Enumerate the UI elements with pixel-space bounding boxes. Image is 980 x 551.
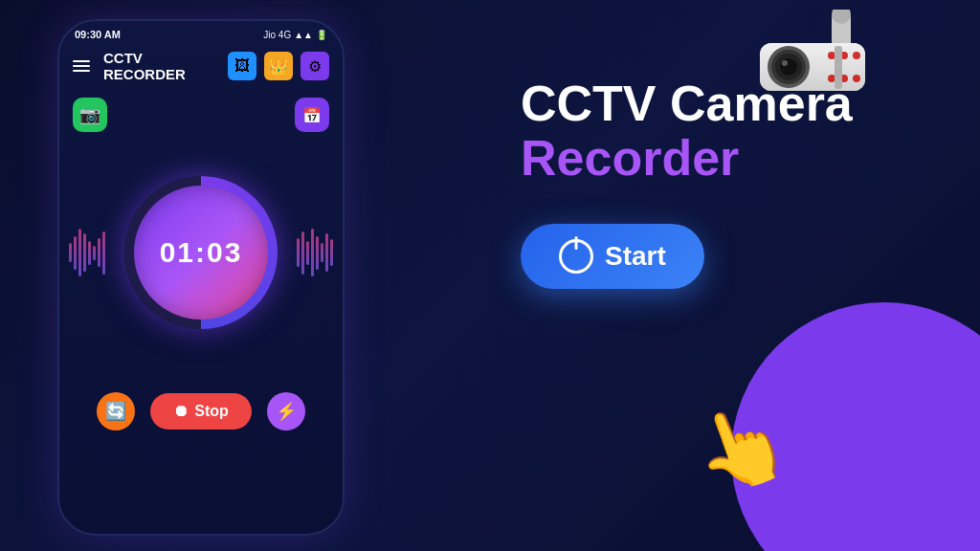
- settings-icon: ⚙: [308, 57, 322, 76]
- battery-icon: 🔋: [316, 30, 327, 40]
- wave-bar: [78, 229, 81, 276]
- wave-bar: [311, 229, 314, 276]
- menu-icon[interactable]: [73, 60, 90, 72]
- app-title: CCTV RECORDER: [103, 50, 220, 82]
- record-dot-icon: ⏺: [173, 403, 189, 420]
- crown-icon: 👑: [269, 57, 288, 76]
- lightning-button[interactable]: ⚡: [267, 392, 305, 430]
- stop-label: Stop: [194, 403, 229, 420]
- camera-icon: 📷: [79, 104, 100, 125]
- wave-bar: [83, 233, 86, 272]
- timer-circle: 01:03: [134, 186, 268, 320]
- camera-green-btn[interactable]: 📷: [73, 98, 107, 132]
- gallery-icon-btn[interactable]: 🖼: [228, 52, 256, 80]
- audio-wave-left: [69, 224, 105, 281]
- schedule-icon: 📅: [302, 106, 322, 124]
- wave-bar: [74, 236, 77, 270]
- lightning-icon: ⚡: [276, 401, 297, 422]
- bottom-controls: 🔄 ⏺ Stop ⚡: [59, 377, 343, 446]
- gallery-icon: 🖼: [234, 57, 250, 75]
- wave-bar: [93, 246, 96, 260]
- timer-outer-ring: 01:03: [124, 176, 278, 329]
- status-bar: 09:30 AM Jio 4G ▲▲ 🔋: [59, 21, 343, 44]
- phone-mockup: 09:30 AM Jio 4G ▲▲ 🔋 CCTV RECORDER 🖼 👑 ⚙: [57, 19, 345, 536]
- app-toolbar: CCTV RECORDER 🖼 👑 ⚙: [59, 44, 343, 88]
- timer-area: 01:03: [59, 157, 343, 348]
- timer-display: 01:03: [160, 236, 243, 269]
- signal-icon: ▲▲: [294, 30, 313, 40]
- wave-bar: [301, 231, 304, 275]
- stop-button[interactable]: ⏺ Stop: [150, 393, 252, 430]
- status-time: 09:30 AM: [75, 29, 121, 40]
- svg-point-8: [782, 60, 788, 66]
- wave-bar: [321, 243, 323, 262]
- promo-title-line2: Recorder: [521, 131, 942, 186]
- audio-wave-right: [297, 224, 333, 281]
- power-icon: [559, 239, 593, 274]
- promo-content: CCTV Camera Recorder Start: [521, 77, 942, 289]
- svg-point-11: [853, 52, 860, 59]
- refresh-button[interactable]: 🔄: [97, 392, 135, 430]
- start-button[interactable]: Start: [521, 224, 704, 289]
- wave-bar: [316, 236, 319, 270]
- start-label: Start: [605, 241, 666, 272]
- status-icons: Jio 4G ▲▲ 🔋: [263, 30, 327, 40]
- schedule-btn[interactable]: 📅: [295, 98, 329, 132]
- refresh-icon: 🔄: [105, 401, 126, 422]
- settings-icon-btn[interactable]: ⚙: [301, 52, 329, 80]
- wave-bar: [306, 241, 309, 265]
- crown-icon-btn[interactable]: 👑: [264, 52, 293, 80]
- wave-bar: [69, 243, 72, 262]
- carrier-label: Jio 4G: [263, 30, 291, 40]
- svg-point-7: [780, 58, 797, 76]
- wave-bar: [98, 238, 100, 267]
- wave-bar: [102, 231, 105, 275]
- quick-actions-top: 📷 📅: [59, 92, 343, 138]
- promo-title-line1: CCTV Camera: [521, 77, 942, 131]
- phone-screen: 09:30 AM Jio 4G ▲▲ 🔋 CCTV RECORDER 🖼 👑 ⚙: [57, 19, 345, 536]
- wave-bar: [88, 241, 91, 265]
- wave-bar: [330, 239, 333, 266]
- wave-bar: [297, 238, 300, 267]
- svg-point-9: [828, 52, 835, 59]
- wave-bar: [325, 233, 328, 272]
